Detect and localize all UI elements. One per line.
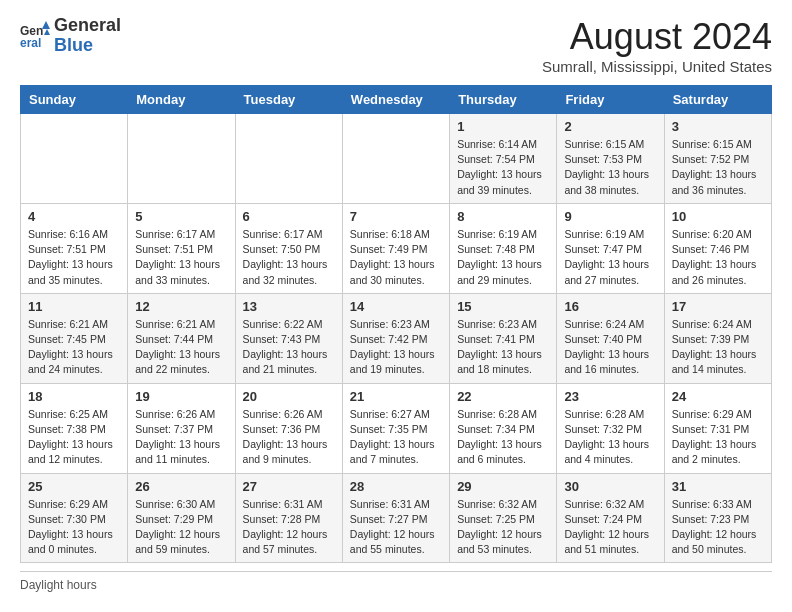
calendar-cell: 4Sunrise: 6:16 AM Sunset: 7:51 PM Daylig… xyxy=(21,203,128,293)
calendar-cell: 21Sunrise: 6:27 AM Sunset: 7:35 PM Dayli… xyxy=(342,383,449,473)
day-of-week-header: Thursday xyxy=(450,86,557,114)
calendar-cell: 16Sunrise: 6:24 AM Sunset: 7:40 PM Dayli… xyxy=(557,293,664,383)
cell-info: Sunrise: 6:24 AM Sunset: 7:39 PM Dayligh… xyxy=(672,317,764,378)
calendar-cell xyxy=(128,114,235,204)
cell-info: Sunrise: 6:19 AM Sunset: 7:47 PM Dayligh… xyxy=(564,227,656,288)
day-number: 14 xyxy=(350,299,442,314)
calendar-cell: 2Sunrise: 6:15 AM Sunset: 7:53 PM Daylig… xyxy=(557,114,664,204)
cell-info: Sunrise: 6:28 AM Sunset: 7:32 PM Dayligh… xyxy=(564,407,656,468)
calendar-cell: 18Sunrise: 6:25 AM Sunset: 7:38 PM Dayli… xyxy=(21,383,128,473)
calendar-cell: 9Sunrise: 6:19 AM Sunset: 7:47 PM Daylig… xyxy=(557,203,664,293)
calendar-cell: 31Sunrise: 6:33 AM Sunset: 7:23 PM Dayli… xyxy=(664,473,771,563)
calendar-table: SundayMondayTuesdayWednesdayThursdayFrid… xyxy=(20,85,772,563)
logo: Gen eral General Blue xyxy=(20,16,121,56)
cell-info: Sunrise: 6:31 AM Sunset: 7:27 PM Dayligh… xyxy=(350,497,442,558)
calendar-cell: 22Sunrise: 6:28 AM Sunset: 7:34 PM Dayli… xyxy=(450,383,557,473)
cell-info: Sunrise: 6:22 AM Sunset: 7:43 PM Dayligh… xyxy=(243,317,335,378)
subtitle: Sumrall, Mississippi, United States xyxy=(542,58,772,75)
cell-info: Sunrise: 6:32 AM Sunset: 7:24 PM Dayligh… xyxy=(564,497,656,558)
calendar-cell: 13Sunrise: 6:22 AM Sunset: 7:43 PM Dayli… xyxy=(235,293,342,383)
calendar-cell: 30Sunrise: 6:32 AM Sunset: 7:24 PM Dayli… xyxy=(557,473,664,563)
calendar-cell: 1Sunrise: 6:14 AM Sunset: 7:54 PM Daylig… xyxy=(450,114,557,204)
page-header: Gen eral General Blue August 2024 Sumral… xyxy=(20,16,772,75)
cell-info: Sunrise: 6:14 AM Sunset: 7:54 PM Dayligh… xyxy=(457,137,549,198)
calendar-cell: 6Sunrise: 6:17 AM Sunset: 7:50 PM Daylig… xyxy=(235,203,342,293)
calendar-cell: 15Sunrise: 6:23 AM Sunset: 7:41 PM Dayli… xyxy=(450,293,557,383)
cell-info: Sunrise: 6:32 AM Sunset: 7:25 PM Dayligh… xyxy=(457,497,549,558)
day-number: 16 xyxy=(564,299,656,314)
cell-info: Sunrise: 6:30 AM Sunset: 7:29 PM Dayligh… xyxy=(135,497,227,558)
cell-info: Sunrise: 6:15 AM Sunset: 7:53 PM Dayligh… xyxy=(564,137,656,198)
calendar-cell: 20Sunrise: 6:26 AM Sunset: 7:36 PM Dayli… xyxy=(235,383,342,473)
day-number: 7 xyxy=(350,209,442,224)
day-number: 30 xyxy=(564,479,656,494)
calendar-cell: 25Sunrise: 6:29 AM Sunset: 7:30 PM Dayli… xyxy=(21,473,128,563)
day-number: 11 xyxy=(28,299,120,314)
cell-info: Sunrise: 6:23 AM Sunset: 7:41 PM Dayligh… xyxy=(457,317,549,378)
cell-info: Sunrise: 6:31 AM Sunset: 7:28 PM Dayligh… xyxy=(243,497,335,558)
calendar-week-row: 18Sunrise: 6:25 AM Sunset: 7:38 PM Dayli… xyxy=(21,383,772,473)
day-of-week-header: Monday xyxy=(128,86,235,114)
cell-info: Sunrise: 6:28 AM Sunset: 7:34 PM Dayligh… xyxy=(457,407,549,468)
calendar-week-row: 1Sunrise: 6:14 AM Sunset: 7:54 PM Daylig… xyxy=(21,114,772,204)
calendar-cell: 5Sunrise: 6:17 AM Sunset: 7:51 PM Daylig… xyxy=(128,203,235,293)
calendar-week-row: 4Sunrise: 6:16 AM Sunset: 7:51 PM Daylig… xyxy=(21,203,772,293)
day-number: 17 xyxy=(672,299,764,314)
calendar-cell: 12Sunrise: 6:21 AM Sunset: 7:44 PM Dayli… xyxy=(128,293,235,383)
cell-info: Sunrise: 6:27 AM Sunset: 7:35 PM Dayligh… xyxy=(350,407,442,468)
calendar-cell: 26Sunrise: 6:30 AM Sunset: 7:29 PM Dayli… xyxy=(128,473,235,563)
cell-info: Sunrise: 6:17 AM Sunset: 7:50 PM Dayligh… xyxy=(243,227,335,288)
day-number: 24 xyxy=(672,389,764,404)
main-title: August 2024 xyxy=(542,16,772,58)
day-number: 15 xyxy=(457,299,549,314)
calendar-cell: 7Sunrise: 6:18 AM Sunset: 7:49 PM Daylig… xyxy=(342,203,449,293)
calendar-week-row: 11Sunrise: 6:21 AM Sunset: 7:45 PM Dayli… xyxy=(21,293,772,383)
day-number: 9 xyxy=(564,209,656,224)
day-number: 21 xyxy=(350,389,442,404)
cell-info: Sunrise: 6:21 AM Sunset: 7:45 PM Dayligh… xyxy=(28,317,120,378)
cell-info: Sunrise: 6:25 AM Sunset: 7:38 PM Dayligh… xyxy=(28,407,120,468)
day-number: 6 xyxy=(243,209,335,224)
day-number: 4 xyxy=(28,209,120,224)
daylight-label: Daylight hours xyxy=(20,578,97,592)
day-of-week-header: Tuesday xyxy=(235,86,342,114)
day-number: 29 xyxy=(457,479,549,494)
calendar-cell: 10Sunrise: 6:20 AM Sunset: 7:46 PM Dayli… xyxy=(664,203,771,293)
calendar-cell xyxy=(342,114,449,204)
cell-info: Sunrise: 6:26 AM Sunset: 7:37 PM Dayligh… xyxy=(135,407,227,468)
calendar-cell: 24Sunrise: 6:29 AM Sunset: 7:31 PM Dayli… xyxy=(664,383,771,473)
calendar-cell: 14Sunrise: 6:23 AM Sunset: 7:42 PM Dayli… xyxy=(342,293,449,383)
cell-info: Sunrise: 6:26 AM Sunset: 7:36 PM Dayligh… xyxy=(243,407,335,468)
logo-icon: Gen eral xyxy=(20,21,50,51)
calendar-cell: 23Sunrise: 6:28 AM Sunset: 7:32 PM Dayli… xyxy=(557,383,664,473)
cell-info: Sunrise: 6:29 AM Sunset: 7:30 PM Dayligh… xyxy=(28,497,120,558)
svg-text:eral: eral xyxy=(20,36,41,50)
day-number: 19 xyxy=(135,389,227,404)
day-number: 18 xyxy=(28,389,120,404)
day-number: 5 xyxy=(135,209,227,224)
day-number: 8 xyxy=(457,209,549,224)
svg-marker-3 xyxy=(44,29,50,35)
day-number: 28 xyxy=(350,479,442,494)
day-number: 25 xyxy=(28,479,120,494)
cell-info: Sunrise: 6:20 AM Sunset: 7:46 PM Dayligh… xyxy=(672,227,764,288)
cell-info: Sunrise: 6:17 AM Sunset: 7:51 PM Dayligh… xyxy=(135,227,227,288)
day-number: 13 xyxy=(243,299,335,314)
day-of-week-header: Saturday xyxy=(664,86,771,114)
calendar-cell: 28Sunrise: 6:31 AM Sunset: 7:27 PM Dayli… xyxy=(342,473,449,563)
logo-blue-text: Blue xyxy=(54,35,93,55)
day-of-week-header: Sunday xyxy=(21,86,128,114)
day-number: 26 xyxy=(135,479,227,494)
calendar-week-row: 25Sunrise: 6:29 AM Sunset: 7:30 PM Dayli… xyxy=(21,473,772,563)
logo-general-text: General xyxy=(54,15,121,35)
day-number: 2 xyxy=(564,119,656,134)
cell-info: Sunrise: 6:29 AM Sunset: 7:31 PM Dayligh… xyxy=(672,407,764,468)
title-area: August 2024 Sumrall, Mississippi, United… xyxy=(542,16,772,75)
cell-info: Sunrise: 6:24 AM Sunset: 7:40 PM Dayligh… xyxy=(564,317,656,378)
day-of-week-header: Friday xyxy=(557,86,664,114)
cell-info: Sunrise: 6:33 AM Sunset: 7:23 PM Dayligh… xyxy=(672,497,764,558)
day-number: 23 xyxy=(564,389,656,404)
calendar-cell: 29Sunrise: 6:32 AM Sunset: 7:25 PM Dayli… xyxy=(450,473,557,563)
calendar-cell: 19Sunrise: 6:26 AM Sunset: 7:37 PM Dayli… xyxy=(128,383,235,473)
cell-info: Sunrise: 6:15 AM Sunset: 7:52 PM Dayligh… xyxy=(672,137,764,198)
